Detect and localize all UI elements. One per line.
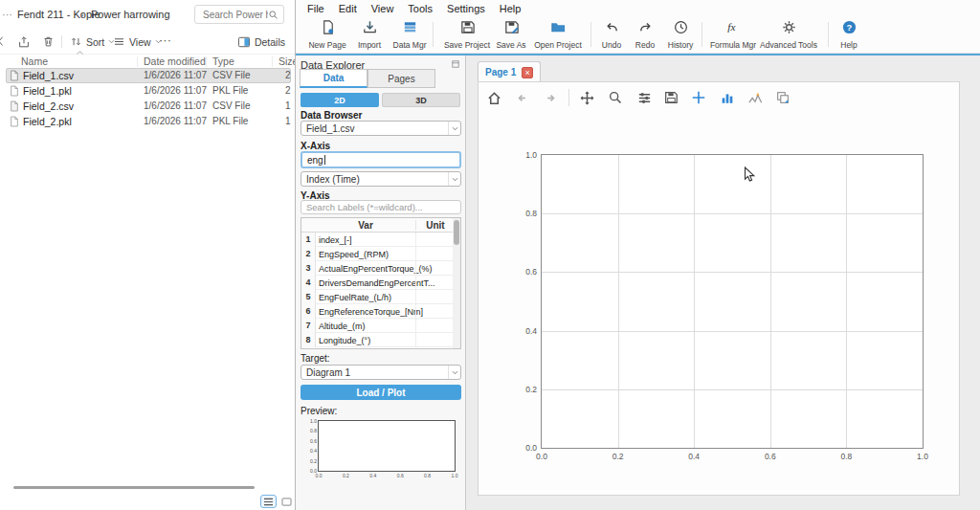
advanced-tools-button[interactable]: Advanced Tools xyxy=(753,18,824,51)
table-row[interactable]: 3ActualEngPercentTorque_(%) xyxy=(301,261,455,276)
preview-plot: 1.0 0.8 0.6 0.4 0.2 0.0 0.0 0.2 0.4 0.6 … xyxy=(301,417,461,484)
panel-dock-icon[interactable] xyxy=(452,60,459,68)
target-select[interactable]: Diagram 1 xyxy=(301,365,461,380)
file-explorer-window: ··· Fendt 211 - Kopie › Power harrowing … xyxy=(0,0,295,510)
share-button[interactable] xyxy=(17,33,31,51)
column-header-name[interactable]: Name xyxy=(21,55,48,67)
data-explorer-panel: Data Explorer Data Pages 2D 3D Data Brow… xyxy=(296,55,466,510)
plot-save-button[interactable] xyxy=(662,89,679,106)
details-pane-button[interactable]: Details xyxy=(237,33,285,51)
vertical-scrollbar[interactable] xyxy=(453,218,460,348)
plot-zoom-button[interactable] xyxy=(607,89,624,106)
view-button[interactable]: View xyxy=(113,33,162,51)
help-button[interactable]: ? Help xyxy=(832,18,866,51)
tab-pages[interactable]: Pages xyxy=(368,69,435,88)
file-modified: 1/6/2026 11:07 xyxy=(144,70,207,80)
table-row[interactable]: 4DriversDemandEngPercentT... xyxy=(301,276,455,290)
toolbar-divider xyxy=(568,89,569,106)
table-row[interactable]: Field_1.pkl 1/6/2026 11:07 PKL File 2 xyxy=(0,83,295,99)
variables-table-header: Var Unit xyxy=(301,218,455,233)
table-row[interactable]: Field_1.csv 1/6/2026 11:07 CSV File 2 xyxy=(0,68,295,83)
table-row[interactable]: 5EngFuelRate_(L/h) xyxy=(301,290,455,304)
sliders-icon xyxy=(636,90,653,106)
more-options-button[interactable]: ··· xyxy=(159,31,171,49)
gear-icon xyxy=(781,19,797,35)
main-plot-axes[interactable]: 1.0 0.8 0.6 0.4 0.2 0.0 0.0 0.2 0.4 0.6 … xyxy=(541,154,924,449)
table-row[interactable]: 6EngReferenceTorque_[Nm] xyxy=(301,304,455,319)
table-row[interactable]: 8Longitude_(°) xyxy=(301,333,455,347)
redo-button[interactable]: Redo xyxy=(628,18,662,51)
scrollbar-thumb[interactable] xyxy=(454,220,459,245)
x-axis-label: X-Axis xyxy=(301,141,330,151)
tab-page-1[interactable]: Page 1 × xyxy=(478,61,541,82)
chevron-down-icon xyxy=(452,370,458,375)
column-header-size[interactable]: Size xyxy=(278,55,295,67)
explorer-search-input[interactable]: Search Power harrc xyxy=(194,5,284,24)
layers-icon xyxy=(775,90,791,105)
share-icon xyxy=(17,35,31,49)
horizontal-scrollbar[interactable] xyxy=(13,486,255,489)
data-manager-button[interactable]: Data Mgr xyxy=(383,18,436,51)
column-separator[interactable] xyxy=(206,56,207,67)
gridline xyxy=(694,155,695,448)
column-separator[interactable] xyxy=(272,56,273,67)
delete-button[interactable] xyxy=(42,33,55,51)
toolbar-divider xyxy=(828,22,829,47)
plot-crosshair-button[interactable] xyxy=(690,89,707,106)
menu-settings[interactable]: Settings xyxy=(447,3,485,14)
plot-back-button[interactable] xyxy=(513,89,530,106)
mouse-cursor xyxy=(744,166,756,184)
x-axis-search-input[interactable]: eng xyxy=(301,151,461,168)
table-row[interactable]: Field_2.csv 1/6/2026 11:07 CSV File 1 xyxy=(0,99,295,114)
menu-file[interactable]: File xyxy=(307,3,324,14)
sort-button[interactable]: Sort xyxy=(70,33,115,51)
x-axis-select[interactable]: Index (Time) xyxy=(301,171,461,187)
table-row[interactable]: Field_2.pkl 1/6/2026 11:07 PKL File 1 xyxy=(0,114,295,129)
gridline xyxy=(542,272,923,273)
file-list: Field_1.csv 1/6/2026 11:07 CSV File 2 Fi… xyxy=(0,68,295,129)
file-name: Field_1.csv xyxy=(23,70,74,81)
undo-button[interactable]: Undo xyxy=(594,18,629,51)
column-header-var[interactable]: Var xyxy=(316,220,415,231)
list-view-toggle[interactable] xyxy=(260,495,277,508)
tab-data[interactable]: Data xyxy=(300,69,368,88)
details-view-toggle[interactable] xyxy=(278,495,295,508)
details-pane-icon xyxy=(237,36,251,48)
column-header-unit[interactable]: Unit xyxy=(415,220,455,231)
plot-annotation-button[interactable] xyxy=(774,89,791,106)
cut-icon-partial[interactable] xyxy=(0,33,6,51)
x-tick-label: 0.0 xyxy=(536,452,547,461)
plot-pan-button[interactable] xyxy=(578,89,595,106)
plot-configure-button[interactable] xyxy=(635,89,653,106)
file-type: CSV File xyxy=(212,70,250,80)
save-icon xyxy=(663,90,679,105)
toggle-3d-button[interactable]: 3D xyxy=(382,93,460,107)
plot-peaks-button[interactable] xyxy=(746,89,764,106)
table-row[interactable]: 1index_[-] xyxy=(301,233,455,247)
menu-edit[interactable]: Edit xyxy=(339,3,357,14)
data-browser-label: Data Browser xyxy=(301,110,362,121)
menu-view[interactable]: View xyxy=(371,3,394,14)
breadcrumb-folder-current[interactable]: Power harrowing xyxy=(91,9,170,20)
table-row[interactable]: 7Altitude_(m) xyxy=(301,319,455,333)
column-header-modified[interactable]: Date modified xyxy=(144,55,206,67)
column-header-type[interactable]: Type xyxy=(212,55,234,67)
y-axis-search-input[interactable]: Search Labels (*=wildcard)... xyxy=(301,200,461,214)
history-button[interactable]: History xyxy=(659,18,702,51)
plot-barchart-button[interactable] xyxy=(719,89,736,106)
table-row[interactable]: 2EngSpeed_(RPM) xyxy=(301,247,455,261)
home-icon xyxy=(486,90,502,106)
breadcrumb-overflow-button[interactable]: ··· xyxy=(2,9,12,20)
close-tab-icon[interactable]: × xyxy=(522,67,533,78)
plot-home-button[interactable] xyxy=(485,89,502,106)
open-project-button[interactable]: Open Project xyxy=(527,18,589,51)
toggle-2d-button[interactable]: 2D xyxy=(301,93,379,107)
load-plot-button[interactable]: Load / Plot xyxy=(301,385,461,400)
column-separator[interactable] xyxy=(137,56,138,67)
gridline xyxy=(542,389,923,390)
breadcrumb-folder-parent[interactable]: Fendt 211 - Kopie xyxy=(17,9,100,20)
menu-tools[interactable]: Tools xyxy=(408,3,433,14)
menu-help[interactable]: Help xyxy=(500,3,522,14)
plot-forward-button[interactable] xyxy=(542,89,559,106)
data-browser-select[interactable]: Field_1.csv xyxy=(301,121,461,136)
